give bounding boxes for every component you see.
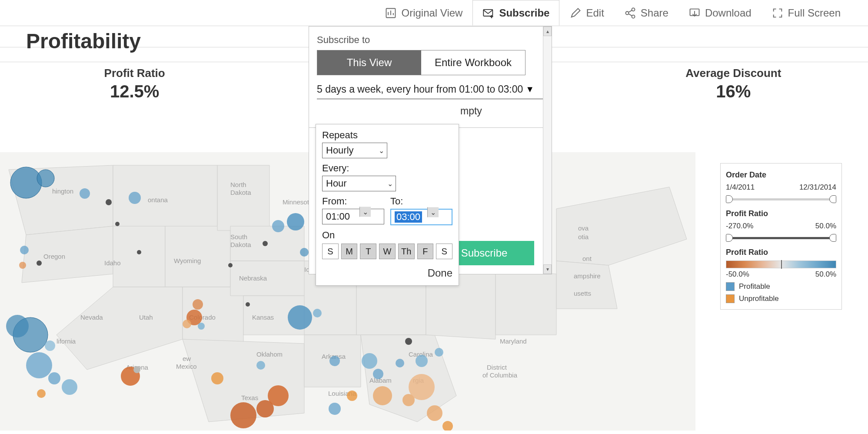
order-date-min: 1/4/2011 (726, 183, 755, 192)
day-tue[interactable]: T (360, 244, 376, 259)
svg-text:Kansas: Kansas (252, 314, 274, 321)
svg-text:ampshire: ampshire (574, 272, 601, 280)
scroll-down-icon[interactable]: ▾ (543, 264, 552, 274)
edit-label: Edit (586, 7, 604, 19)
subscribe-to-label: Subscribe to (317, 34, 544, 46)
legend-panel: Order Date 1/4/2011 12/31/2014 Profit Ra… (720, 163, 842, 310)
day-thu[interactable]: Th (398, 244, 415, 259)
svg-point-66 (256, 361, 265, 370)
seg-this-view[interactable]: This View (317, 50, 421, 75)
subscribe-button[interactable]: Subscribe (472, 0, 559, 26)
legend-unprofitable: Unprofitable (726, 294, 836, 303)
fullscreen-button[interactable]: Full Screen (762, 0, 851, 26)
svg-point-61 (62, 379, 77, 395)
svg-point-46 (19, 262, 26, 269)
schedule-dropdown[interactable]: 5 days a week, every hour from 01:00 to … (317, 83, 544, 99)
schedule-summary: 5 days a week, every hour from 01:00 to … (317, 83, 525, 96)
edit-button[interactable]: Edit (559, 0, 614, 26)
chevron-down-icon: ⌄ (379, 147, 384, 155)
share-icon (624, 7, 636, 19)
day-sat[interactable]: S (436, 244, 452, 259)
to-label: To: (390, 196, 452, 207)
svg-point-84 (435, 348, 443, 357)
svg-point-88 (228, 263, 233, 267)
svg-text:Oregon: Oregon (43, 253, 65, 260)
scroll-up-icon[interactable]: ▴ (543, 27, 552, 36)
swatch-blue (726, 282, 735, 291)
svg-point-3 (632, 8, 635, 11)
svg-point-85 (405, 338, 412, 345)
svg-point-69 (268, 385, 289, 406)
day-fri[interactable]: F (417, 244, 434, 259)
svg-text:North: North (230, 181, 246, 188)
legend-profitable: Profitable (726, 282, 836, 291)
svg-text:Dakota: Dakota (230, 241, 251, 248)
day-mon[interactable]: M (341, 244, 358, 259)
every-select[interactable]: Hour⌄ (322, 176, 396, 191)
day-wed[interactable]: W (379, 244, 396, 259)
svg-point-76 (373, 369, 383, 379)
day-sun[interactable]: S (322, 244, 339, 259)
svg-point-45 (20, 246, 29, 254)
caret-down-icon: ▼ (525, 84, 534, 94)
map-label: ontana (148, 196, 168, 204)
chevron-down-icon: ⌄ (427, 207, 439, 217)
color-gradient (726, 260, 836, 268)
order-date-slider[interactable] (726, 195, 836, 203)
repeats-select[interactable]: Hourly⌄ (322, 143, 387, 158)
svg-point-47 (37, 260, 42, 266)
from-select[interactable]: 01:00⌄ (322, 209, 384, 224)
svg-point-54 (183, 320, 191, 328)
every-label: Every: (322, 163, 452, 174)
fullscreen-label: Full Screen (788, 7, 841, 19)
svg-point-51 (263, 241, 268, 246)
profit-ratio-max: 50.0% (815, 222, 836, 230)
kpi-profit-ratio: Profit Ratio 12.5% (35, 67, 234, 101)
svg-point-58 (45, 341, 55, 351)
svg-text:Utah: Utah (139, 314, 153, 321)
svg-point-50 (300, 248, 309, 257)
original-view-button[interactable]: Original View (375, 0, 472, 26)
svg-point-64 (133, 366, 140, 373)
svg-point-44 (129, 192, 141, 204)
chevron-down-icon: ⌄ (359, 207, 371, 217)
pencil-icon (569, 7, 582, 19)
done-button[interactable]: Done (322, 267, 452, 279)
svg-point-72 (329, 403, 341, 415)
svg-point-67 (230, 402, 256, 428)
svg-point-42 (80, 188, 90, 199)
svg-text:Texas: Texas (241, 394, 258, 401)
svg-point-79 (409, 374, 435, 400)
seg-entire-workbook[interactable]: Entire Workbook (421, 50, 525, 75)
svg-text:District: District (487, 364, 507, 371)
share-button[interactable]: Share (614, 0, 678, 26)
on-label: On (322, 230, 452, 241)
svg-text:otia: otia (578, 233, 589, 240)
svg-point-4 (632, 15, 635, 18)
svg-point-49 (287, 213, 304, 230)
swatch-orange (726, 294, 735, 303)
kpi-avg-discount: Average Discount 16% (634, 67, 833, 101)
to-select[interactable]: 03:00⌄ (390, 209, 452, 225)
svg-text:Nevada: Nevada (80, 314, 103, 321)
svg-text:usetts: usetts (574, 290, 591, 297)
svg-point-57 (6, 315, 29, 337)
popup-scrollbar[interactable]: ▴ ▾ (543, 27, 552, 274)
original-view-label: Original View (401, 7, 462, 19)
svg-text:Wyoming: Wyoming (174, 257, 201, 264)
svg-point-80 (427, 405, 442, 421)
svg-point-2 (625, 11, 629, 14)
svg-text:lifornia: lifornia (57, 337, 76, 345)
svg-point-60 (48, 372, 60, 384)
svg-text:ova: ova (578, 224, 589, 232)
download-icon (688, 7, 701, 19)
kpi-label: Average Discount (634, 67, 833, 80)
download-button[interactable]: Download (678, 0, 762, 26)
svg-text:Mexico: Mexico (176, 363, 197, 370)
chevron-down-icon: ⌄ (387, 180, 393, 188)
order-date-max: 12/31/2014 (799, 183, 836, 192)
svg-text:Maryland: Maryland (500, 337, 527, 345)
profit-ratio-slider[interactable] (726, 234, 836, 242)
svg-point-82 (396, 359, 404, 367)
mail-plus-icon (482, 7, 495, 19)
